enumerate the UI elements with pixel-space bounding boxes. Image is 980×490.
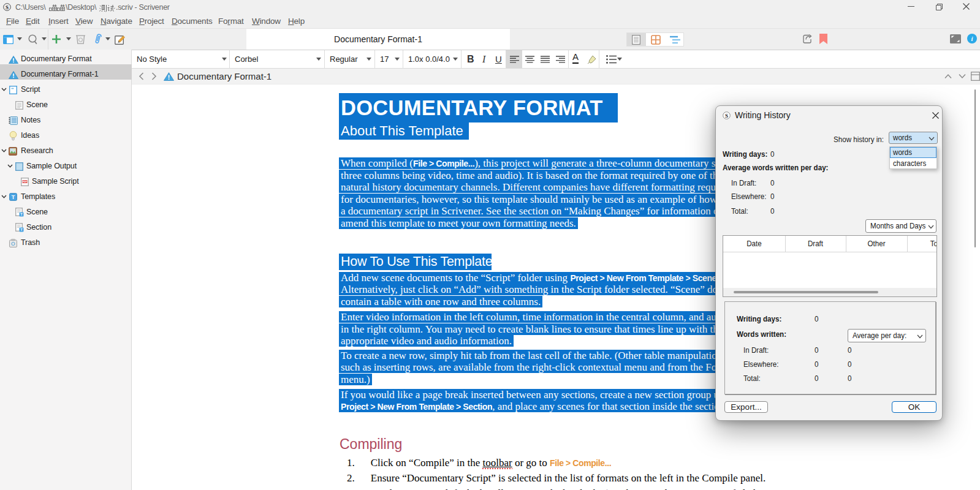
svg-text:T: T (12, 194, 15, 200)
svg-text:S: S (725, 113, 728, 119)
svg-text:PDF: PDF (23, 181, 28, 183)
svg-text:S: S (6, 4, 9, 10)
svg-text:T: T (20, 228, 23, 232)
svg-text:T: T (20, 213, 23, 216)
